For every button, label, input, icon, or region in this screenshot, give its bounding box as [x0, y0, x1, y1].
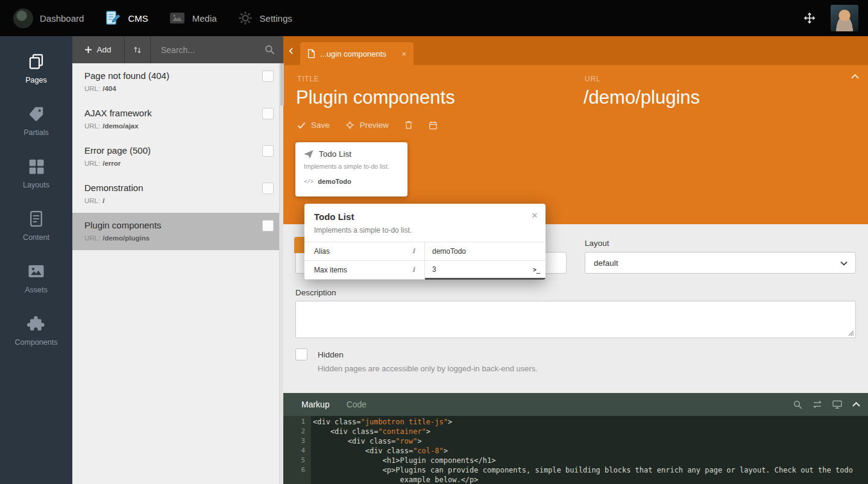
sidebar-item-components[interactable]: Components	[0, 304, 72, 357]
description-label: Description	[295, 288, 336, 297]
property-label: Alias i	[304, 242, 425, 261]
chevron-down-icon	[840, 261, 848, 266]
scrollbar-thumb[interactable]	[280, 63, 284, 105]
editor-collapse-icon[interactable]	[852, 401, 861, 407]
page-row-demonstration[interactable]: Demonstration URL:/	[72, 175, 279, 213]
row-checkbox[interactable]	[262, 183, 274, 194]
sidebar-item-partials[interactable]: Partials	[0, 95, 72, 147]
property-label: Max items i	[304, 261, 425, 280]
page-row-ajax[interactable]: AJAX framework URL:/demo/ajax	[72, 101, 279, 138]
tab-markup[interactable]: Markup	[301, 400, 330, 409]
code-lines[interactable]: <div class="jumbotron title-js"> <div cl…	[311, 416, 868, 484]
nav-item-media[interactable]: Media	[169, 10, 217, 27]
sidebar-item-label: Components	[15, 338, 58, 347]
tab-close-icon[interactable]: ×	[401, 49, 406, 58]
sidebar: Pages Partials Layouts	[0, 36, 72, 484]
page-row-error[interactable]: Error page (500) URL:/error	[72, 138, 279, 175]
tab-code[interactable]: Code	[347, 400, 366, 409]
tab-scroll-left-icon[interactable]	[288, 47, 294, 55]
calendar-button[interactable]	[429, 121, 438, 130]
search-input[interactable]	[151, 36, 283, 63]
info-icon[interactable]: i	[409, 247, 418, 256]
title-field-value[interactable]: Plugin components	[296, 87, 455, 108]
url-field-value[interactable]: /demo/plugins	[583, 87, 700, 108]
page-url: URL:/404	[84, 85, 267, 92]
component-alias: demoTodo	[318, 178, 351, 185]
page-url: URL:/demo/plugins	[84, 234, 267, 242]
layout-select-value: default	[594, 259, 618, 268]
layout-label: Layout	[585, 239, 609, 248]
preview-button[interactable]: Preview	[345, 121, 389, 130]
property-row-max-items: Max items i 3 >_	[304, 261, 546, 280]
page-url: URL:/error	[84, 160, 267, 167]
inspector-title: Todo List	[314, 212, 354, 222]
hidden-checkbox[interactable]	[295, 348, 307, 360]
row-checkbox[interactable]	[262, 71, 274, 82]
image-icon	[27, 262, 45, 280]
info-icon[interactable]: i	[409, 266, 418, 274]
media-photo-icon	[169, 10, 186, 27]
document-tab-label: ...ugin components	[320, 49, 386, 58]
grid-icon	[27, 157, 45, 175]
document-tabstrip: ...ugin components ×	[283, 36, 868, 65]
code-icon: </>	[304, 178, 313, 184]
sidebar-item-assets[interactable]: Assets	[0, 252, 72, 304]
page-url: URL:/demo/ajax	[84, 122, 267, 130]
code-editor-header: Markup Code	[283, 393, 868, 416]
document-tab[interactable]: ...ugin components ×	[300, 42, 414, 65]
delete-button[interactable]	[404, 121, 413, 130]
editor-main: ...ugin components × TITLE Plugin compon…	[283, 36, 868, 484]
collapse-header-icon[interactable]	[851, 74, 860, 80]
search-icon[interactable]	[264, 44, 275, 55]
page-row-plugin-components[interactable]: Plugin components URL:/demo/plugins	[72, 213, 279, 250]
nav-label: Dashboard	[40, 13, 84, 24]
nav-item-settings[interactable]: Settings	[237, 10, 292, 26]
page-row-404[interactable]: Page not found (404) URL:/404	[72, 63, 279, 101]
save-button[interactable]: Save	[297, 121, 330, 130]
sort-button[interactable]	[125, 36, 151, 63]
nav-label: CMS	[128, 13, 148, 24]
add-button[interactable]: Add	[72, 36, 125, 63]
layout-select[interactable]: default	[585, 252, 856, 274]
component-inspector: Todo List × Implements a simple to-do li…	[304, 204, 546, 280]
editor-fullscreen-icon[interactable]	[832, 400, 843, 409]
hidden-label: Hidden	[318, 350, 344, 359]
calendar-icon	[429, 121, 438, 130]
title-field-label: TITLE	[297, 75, 319, 83]
row-checkbox[interactable]	[262, 108, 274, 119]
component-card-todo[interactable]: Todo List Implements a simple to-do list…	[295, 142, 407, 196]
fullscreen-icon[interactable]	[803, 11, 816, 25]
close-icon[interactable]: ×	[532, 210, 538, 221]
hidden-help-text: Hidden pages are accessible only by logg…	[318, 364, 538, 373]
nav-label: Settings	[260, 13, 292, 24]
crosshair-icon	[345, 121, 354, 130]
sidebar-item-layouts[interactable]: Layouts	[0, 147, 72, 200]
puzzle-icon	[27, 315, 45, 333]
nav-item-cms[interactable]: CMS	[104, 10, 148, 27]
page-toolbar: Save Preview	[297, 121, 438, 130]
inspector-description: Implements a simple to-do list.	[304, 222, 546, 242]
resize-handle-icon[interactable]	[848, 330, 854, 336]
terminal-icon: >_	[533, 266, 540, 273]
editor-swap-icon[interactable]	[812, 400, 823, 409]
cms-page-pencil-icon	[104, 10, 121, 27]
property-value-max-items[interactable]: 3 >_	[425, 261, 546, 280]
user-avatar[interactable]	[831, 5, 858, 31]
nav-item-dashboard[interactable]: Dashboard	[13, 8, 84, 28]
code-editor-body: 123456 <div class="jumbotron title-js"> …	[283, 416, 868, 484]
row-checkbox[interactable]	[262, 145, 274, 157]
sidebar-item-label: Assets	[25, 286, 48, 294]
description-textarea[interactable]	[295, 301, 856, 338]
editor-search-icon[interactable]	[793, 400, 803, 410]
sidebar-item-label: Layouts	[23, 181, 49, 189]
panel-scrollbar[interactable]	[279, 63, 283, 484]
app-window: Dashboard CMS Me	[0, 0, 868, 484]
search-box	[151, 36, 283, 63]
sidebar-item-pages[interactable]: Pages	[0, 42, 72, 95]
property-value-alias[interactable]: demoTodo	[425, 242, 546, 261]
sidebar-item-content[interactable]: Content	[0, 200, 72, 252]
gear-icon	[237, 10, 253, 26]
page-title: Page not found (404)	[84, 71, 267, 81]
row-checkbox[interactable]	[262, 220, 274, 231]
document-icon	[27, 210, 45, 228]
